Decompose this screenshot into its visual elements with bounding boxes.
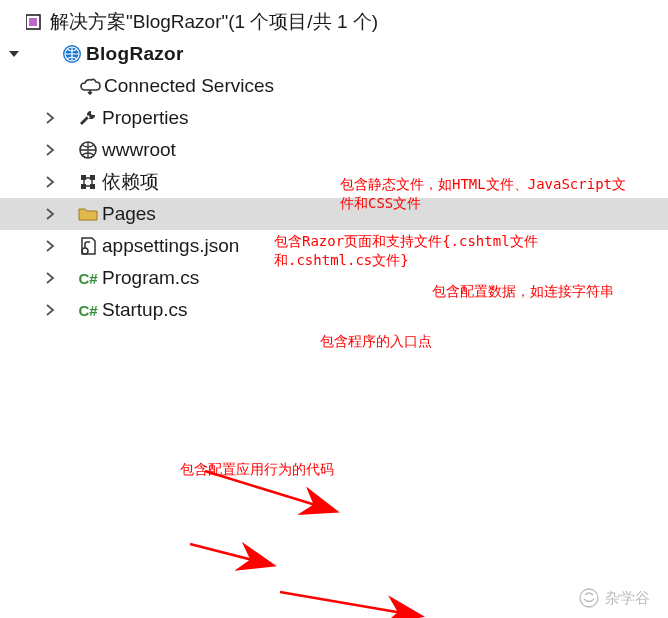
collapse-arrow-icon[interactable] <box>6 46 22 62</box>
svg-rect-5 <box>81 175 86 180</box>
wrench-icon <box>74 108 102 128</box>
expand-arrow-icon[interactable] <box>42 302 58 318</box>
svg-rect-8 <box>90 184 95 189</box>
wwwroot-label: wwwroot <box>102 139 176 161</box>
expand-arrow-icon[interactable] <box>42 174 58 190</box>
solution-row[interactable]: 解决方案"BlogRazor"(1 个项目/共 1 个) <box>0 6 668 38</box>
cloud-icon <box>76 77 104 95</box>
startup-label: Startup.cs <box>102 299 188 321</box>
annot-wwwroot: 包含静态文件，如HTML文件、JavaScript文 件和CSS文件 <box>340 175 626 213</box>
connected-services-label: Connected Services <box>104 75 274 97</box>
watermark: 杂学谷 <box>579 588 650 608</box>
solution-explorer: 解决方案"BlogRazor"(1 个项目/共 1 个) BlogRazor <box>0 0 668 326</box>
json-icon <box>74 236 102 256</box>
properties-row[interactable]: Properties <box>0 102 668 134</box>
web-project-icon <box>58 43 86 65</box>
expand-arrow-icon[interactable] <box>42 142 58 158</box>
expand-arrow-icon[interactable] <box>42 238 58 254</box>
program-label: Program.cs <box>102 267 199 289</box>
annot-pages: 包含Razor页面和支持文件{.cshtml文件 和.cshtml.cs文件} <box>274 232 538 270</box>
deps-icon <box>74 172 102 192</box>
csharp-icon: C# <box>74 270 102 287</box>
wwwroot-row[interactable]: wwwroot <box>0 134 668 166</box>
folder-icon <box>74 206 102 222</box>
solution-label: 解决方案"BlogRazor"(1 个项目/共 1 个) <box>50 9 378 35</box>
svg-rect-6 <box>90 175 95 180</box>
annot-startup: 包含配置应用行为的代码 <box>180 460 334 479</box>
watermark-text: 杂学谷 <box>605 589 650 608</box>
deps-label: 依赖项 <box>102 169 159 195</box>
project-label: BlogRazor <box>86 43 184 65</box>
annot-appsettings: 包含配置数据，如连接字符串 <box>432 282 614 301</box>
globe-icon <box>74 140 102 160</box>
expand-arrow-icon[interactable] <box>42 206 58 222</box>
project-row[interactable]: BlogRazor <box>0 38 668 70</box>
svg-rect-1 <box>29 18 37 26</box>
appsettings-label: appsettings.json <box>102 235 239 257</box>
expand-arrow-icon[interactable] <box>42 270 58 286</box>
annotation-arrows <box>0 326 668 618</box>
annot-program: 包含程序的入口点 <box>320 332 432 351</box>
pages-label: Pages <box>102 203 156 225</box>
svg-line-11 <box>190 544 272 565</box>
connected-services-row[interactable]: Connected Services <box>0 70 668 102</box>
properties-label: Properties <box>102 107 189 129</box>
expand-arrow-icon[interactable] <box>42 110 58 126</box>
svg-point-15 <box>580 589 598 607</box>
solution-icon <box>22 13 50 31</box>
svg-point-9 <box>82 248 88 254</box>
watermark-icon <box>579 588 599 608</box>
svg-line-12 <box>280 592 420 616</box>
svg-rect-7 <box>81 184 86 189</box>
csharp-icon: C# <box>74 302 102 319</box>
